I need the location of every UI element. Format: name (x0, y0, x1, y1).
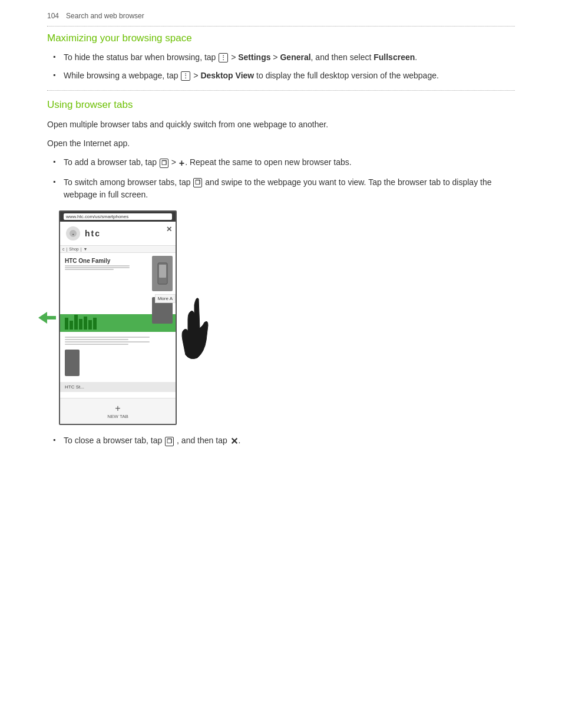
htc-store-bar: HTC St... (60, 382, 176, 392)
fullscreen-bold: Fullscreen (373, 52, 415, 62)
desktop-view-bold: Desktop View (200, 71, 254, 80)
svg-text:●: ● (72, 232, 74, 236)
bar-4 (79, 319, 82, 330)
section2-title: Using browser tabs (47, 99, 515, 111)
screenshot-container: www.htc.com/us/smartphones ✕ ● htc (59, 210, 515, 425)
browser-url: www.htc.com/us/smartphones (64, 213, 172, 220)
screenshot-wrapper: www.htc.com/us/smartphones ✕ ● htc (59, 210, 177, 425)
htc-logo-area: ● htc (60, 222, 176, 246)
close-tab-text: To close a browser tab, tap ❒ , and then… (64, 436, 241, 445)
add-tab-text: To add a browser tab, tap ❐ > +. Repeat … (64, 157, 352, 167)
section2-para2: Open the Internet app. (47, 137, 515, 150)
tab-count-icon-1: ❐ (160, 159, 168, 168)
plus-symbol: + (115, 403, 120, 414)
svg-marker-4 (38, 312, 56, 324)
content-line-3 (65, 341, 150, 342)
tab-count-icon-2: ❒ (193, 178, 202, 187)
switch-tab-text: To switch among browser tabs, tap ❒ and … (64, 177, 492, 199)
bar-7 (93, 318, 97, 330)
nav-item-3: ▼ (84, 247, 88, 251)
x-icon: ✕ (230, 434, 238, 449)
bar-2 (70, 321, 73, 330)
htc-brand-text: htc (85, 229, 101, 238)
new-tab-label: NEW TAB (107, 414, 128, 419)
page-header: 104 Search and web browser (47, 12, 515, 20)
nav-separator2: | (81, 247, 82, 251)
text-line-3 (65, 269, 114, 270)
page-number: 104 (47, 12, 59, 20)
section2-bullet-2: To switch among browser tabs, tap ❒ and … (53, 176, 515, 201)
bar-1 (65, 318, 68, 330)
bar-6 (88, 320, 92, 330)
new-tab-button[interactable]: + NEW TAB (60, 398, 176, 424)
nav-bar: c | Shop | ▼ (60, 246, 176, 253)
section2-bullets: To add a browser tab, tap ❐ > +. Repeat … (47, 156, 515, 201)
close-tab-item: To close a browser tab, tap ❒ , and then… (53, 434, 515, 449)
hero-title: HTC One Family (65, 258, 146, 264)
section1-bullets: To hide the status bar when browsing, ta… (47, 51, 515, 82)
hero-section: HTC One Family M (60, 253, 176, 312)
page-topic: Search and web browser (66, 12, 144, 20)
swipe-arrow-icon (38, 312, 56, 324)
close-tab-bullet: To close a browser tab, tap ❒ , and then… (47, 434, 515, 449)
content-line-1 (65, 337, 150, 338)
settings-bold: Settings (238, 52, 270, 62)
content-line-2 (65, 339, 128, 340)
bullet2-text: While browsing a webpage, tap ⋮ > Deskto… (64, 71, 439, 80)
general-bold: General (280, 52, 310, 62)
section2-bullet-1: To add a browser tab, tap ❐ > +. Repeat … (53, 156, 515, 170)
text-line-1 (65, 265, 130, 266)
section-divider (47, 90, 515, 91)
browser-content: ✕ ● htc c | Shop | (60, 222, 176, 424)
text-line-2 (65, 267, 130, 268)
svg-rect-3 (159, 265, 166, 278)
content-line-4 (65, 344, 128, 345)
more-a-badge: More A (155, 294, 176, 303)
section1-bullet-1: To hide the status bar when browsing, ta… (53, 51, 515, 64)
close-button-x: ✕ (166, 225, 172, 233)
nav-separator: | (67, 247, 68, 251)
small-phone-image (65, 350, 80, 376)
menu-icon-1: ⋮ (219, 53, 228, 62)
bullet1-text: To hide the status bar when browsing, ta… (64, 52, 417, 62)
bar-5 (84, 317, 87, 330)
section1-title: Maximizing your browsing space (47, 32, 515, 44)
hero-text-lines (65, 265, 146, 270)
menu-icon-2: ⋮ (181, 71, 190, 81)
section1-bullet-2: While browsing a webpage, tap ⋮ > Deskto… (53, 70, 515, 82)
browser-bar: www.htc.com/us/smartphones (60, 212, 176, 222)
top-divider (47, 26, 515, 27)
section2-para1: Open multiple browser tabs and quickly s… (47, 118, 515, 131)
tab-count-icon-3: ❒ (165, 437, 174, 446)
nav-item-2: Shop (69, 247, 78, 251)
nav-item-1: c (62, 247, 65, 251)
hand-gesture-icon (174, 293, 221, 364)
htc-logo-circle: ● (66, 226, 80, 241)
product-image-1 (152, 256, 173, 291)
content-lines (60, 334, 176, 347)
plus-icon: + (179, 156, 184, 170)
phone-screenshot: www.htc.com/us/smartphones ✕ ● htc (59, 210, 177, 425)
bar-3 (74, 315, 78, 330)
